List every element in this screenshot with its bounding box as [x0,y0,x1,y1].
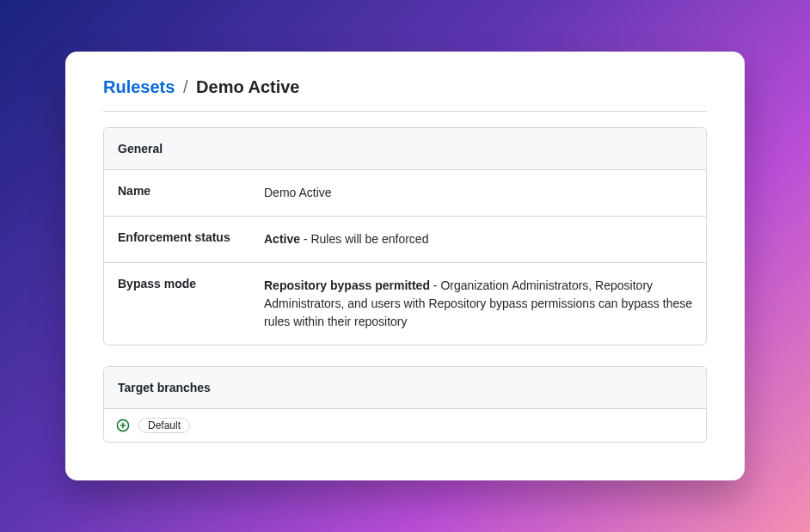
general-panel: General Name Demo Active Enforcement sta… [103,127,707,345]
enforcement-status-strong: Active [264,232,300,246]
breadcrumb-separator: / [183,77,188,96]
row-bypass-label: Bypass mode [118,277,264,331]
ruleset-card: Rulesets / Demo Active General Name Demo… [65,52,745,480]
target-branches-header: Target branches [104,367,706,409]
row-name: Name Demo Active [104,170,706,217]
bypass-mode-strong: Repository bypass permitted [264,278,430,292]
target-branches-panel: Target branches Default [103,366,707,443]
row-enforcement-label: Enforcement status [118,230,264,248]
breadcrumb-root-link[interactable]: Rulesets [103,77,175,96]
enforcement-status-rest: - Rules will be enforced [300,232,428,246]
breadcrumb: Rulesets / Demo Active [103,77,707,106]
row-enforcement: Enforcement status Active - Rules will b… [104,217,706,263]
row-name-label: Name [118,184,264,202]
row-enforcement-value: Active - Rules will be enforced [264,230,692,248]
general-panel-header: General [104,128,706,170]
breadcrumb-current: Demo Active [196,77,299,96]
branch-chip-default[interactable]: Default [138,418,190,433]
target-branch-row: Default [104,409,706,442]
row-bypass-value: Repository bypass permitted - Organizati… [264,277,692,331]
header-divider [103,111,707,112]
row-bypass: Bypass mode Repository bypass permitted … [104,263,706,345]
plus-circle-icon [116,419,130,432]
row-name-value: Demo Active [264,184,692,202]
